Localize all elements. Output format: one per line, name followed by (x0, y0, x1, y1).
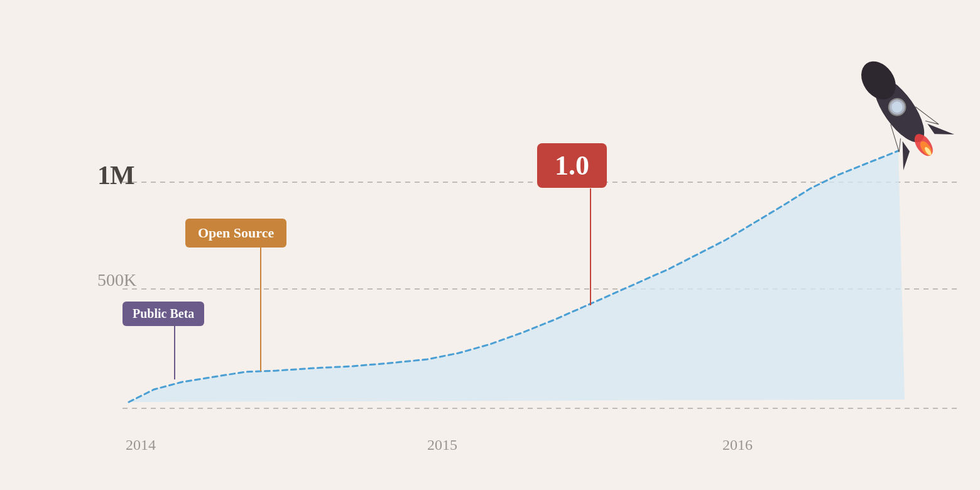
chart-container: 1M 500K 2014 2015 2016 Public Beta Open … (0, 0, 980, 490)
x-label-2014: 2014 (126, 437, 156, 454)
badge-public-beta: Public Beta (122, 302, 204, 326)
y-label-1m: 1M (97, 160, 134, 190)
x-label-2015: 2015 (427, 437, 457, 454)
x-label-2016: 2016 (722, 437, 753, 454)
badge-v1: 1.0 (537, 143, 607, 188)
chart-area (129, 151, 905, 402)
chart-line (129, 151, 898, 402)
y-label-500k: 500K (97, 270, 136, 290)
badge-open-source: Open Source (185, 219, 286, 248)
rocket (817, 19, 980, 195)
